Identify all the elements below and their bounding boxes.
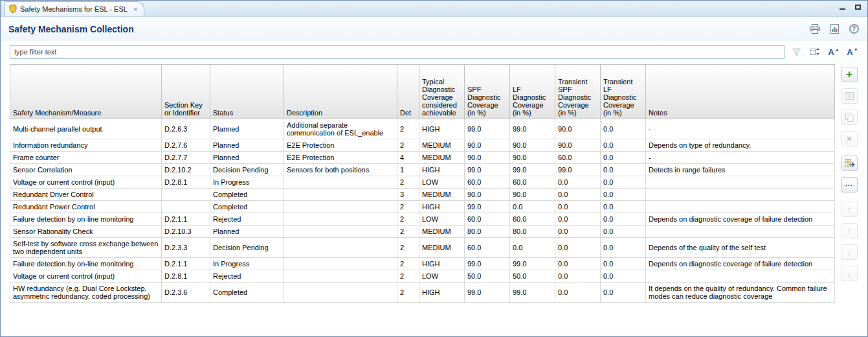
table-cell[interactable]: Additional separate communication of ESL… bbox=[284, 119, 397, 139]
table-cell[interactable]: D.2.8.1 bbox=[162, 176, 210, 189]
table-cell[interactable]: 90.0 bbox=[510, 139, 555, 152]
table-cell[interactable]: 0.0 bbox=[555, 270, 601, 283]
table-cell[interactable]: 2 bbox=[397, 213, 419, 226]
table-cell[interactable]: 0.0 bbox=[601, 176, 646, 189]
table-cell[interactable]: HIGH bbox=[419, 201, 465, 213]
delete-button[interactable]: × bbox=[841, 131, 858, 146]
table-cell[interactable]: Planned bbox=[210, 119, 284, 139]
table-cell[interactable]: 2 bbox=[397, 139, 419, 152]
table-cell[interactable]: LOW bbox=[419, 176, 465, 189]
column-header[interactable]: Det bbox=[397, 65, 419, 119]
table-cell[interactable]: 0.0 bbox=[601, 119, 646, 139]
table-cell[interactable]: 0.0 bbox=[601, 152, 646, 164]
table-cell[interactable] bbox=[646, 226, 835, 238]
table-cell[interactable]: 60.0 bbox=[465, 176, 510, 189]
minimize-button[interactable] bbox=[838, 3, 847, 11]
table-cell[interactable]: 2 bbox=[397, 270, 419, 283]
table-cell[interactable]: 0.0 bbox=[555, 258, 601, 270]
editor-tab[interactable]: Safety Mechanisms for ESL - ESL × bbox=[4, 1, 144, 16]
column-header[interactable]: Section Key or Identifier bbox=[162, 65, 210, 119]
table-row[interactable]: Voltage or current control (input)D.2.8.… bbox=[10, 270, 835, 283]
table-cell[interactable]: Failure detection by on-line monitoring bbox=[10, 258, 162, 270]
table-cell[interactable]: Rejected bbox=[210, 270, 284, 283]
table-cell[interactable]: 60.0 bbox=[465, 238, 510, 258]
table-cell[interactable]: MEDIUM bbox=[419, 139, 465, 152]
table-cell[interactable]: Rejected bbox=[210, 213, 284, 226]
table-cell[interactable]: 99.0 bbox=[510, 164, 555, 176]
table-cell[interactable]: 0.0 bbox=[601, 213, 646, 226]
table-cell[interactable]: HIGH bbox=[419, 283, 465, 303]
table-cell[interactable]: 0.0 bbox=[601, 139, 646, 152]
table-cell[interactable]: D.2.6.3 bbox=[162, 119, 210, 139]
table-row[interactable]: Failure detection by on-line monitoringD… bbox=[10, 213, 835, 226]
table-cell[interactable]: 60.0 bbox=[510, 176, 555, 189]
table-cell[interactable]: 90.0 bbox=[510, 189, 555, 201]
table-cell[interactable]: 99.0 bbox=[465, 283, 510, 303]
table-cell[interactable]: 99.0 bbox=[465, 258, 510, 270]
table-cell[interactable] bbox=[284, 283, 397, 303]
table-cell[interactable]: 0.0 bbox=[601, 283, 646, 303]
table-row[interactable]: Frame counterD.2.7.7PlannedE2E Protectio… bbox=[10, 152, 835, 164]
table-row[interactable]: Sensor Rationality CheckD.2.10.3Planned2… bbox=[10, 226, 835, 238]
table-cell[interactable] bbox=[646, 189, 835, 201]
table-row[interactable]: Voltage or current control (input)D.2.8.… bbox=[10, 176, 835, 189]
column-header[interactable]: SPF Diagnostic Coverage (in %) bbox=[465, 65, 510, 119]
table-cell[interactable]: Decision Pending bbox=[210, 164, 284, 176]
table-cell[interactable]: Information redundancy bbox=[10, 139, 162, 152]
column-header[interactable]: Description bbox=[284, 65, 397, 119]
table-cell[interactable]: 80.0 bbox=[465, 226, 510, 238]
table-cell[interactable]: In Progress bbox=[210, 258, 284, 270]
table-cell[interactable]: 0.0 bbox=[555, 176, 601, 189]
export-button[interactable] bbox=[841, 156, 858, 171]
print-button[interactable] bbox=[808, 23, 822, 36]
table-cell[interactable]: - bbox=[646, 152, 835, 164]
table-cell[interactable]: E2E Protection bbox=[284, 139, 397, 152]
table-cell[interactable]: 0.0 bbox=[555, 201, 601, 213]
table-cell[interactable]: 0.0 bbox=[601, 189, 646, 201]
table-cell[interactable]: MEDIUM bbox=[419, 238, 465, 258]
table-cell[interactable]: LOW bbox=[419, 213, 465, 226]
column-header[interactable]: Safety Mechanism/Measure bbox=[10, 65, 162, 119]
table-cell[interactable] bbox=[646, 201, 835, 213]
table-cell[interactable]: 0.0 bbox=[510, 201, 555, 213]
increase-font-button[interactable]: A▲ bbox=[827, 45, 841, 58]
report-button[interactable] bbox=[827, 23, 841, 36]
column-header[interactable]: Notes bbox=[646, 65, 835, 119]
table-cell[interactable]: 0.0 bbox=[601, 226, 646, 238]
table-cell[interactable] bbox=[646, 176, 835, 189]
table-cell[interactable]: In Progress bbox=[210, 176, 284, 189]
table-cell[interactable] bbox=[284, 213, 397, 226]
table-cell[interactable]: MEDIUM bbox=[419, 152, 465, 164]
table-cell[interactable]: Depends on type of redundancy. bbox=[646, 139, 835, 152]
move-down-button[interactable]: ↓ bbox=[841, 244, 858, 260]
column-header[interactable]: Transient SPF Diagnostic Coverage (in %) bbox=[555, 65, 601, 119]
table-cell[interactable]: 2 bbox=[397, 238, 419, 258]
table-cell[interactable]: 0.0 bbox=[601, 258, 646, 270]
table-cell[interactable]: 2 bbox=[397, 226, 419, 238]
table-cell[interactable]: D.2.3.3 bbox=[162, 238, 210, 258]
table-cell[interactable]: 4 bbox=[397, 152, 419, 164]
table-cell[interactable]: D.2.7.7 bbox=[162, 152, 210, 164]
table-cell[interactable]: 0.0 bbox=[555, 238, 601, 258]
table-cell[interactable]: 0.0 bbox=[510, 238, 555, 258]
table-cell[interactable]: LOW bbox=[419, 270, 465, 283]
table-cell[interactable]: 99.0 bbox=[510, 258, 555, 270]
table-cell[interactable]: It depends on the quality of redundancy.… bbox=[646, 283, 835, 303]
table-cell[interactable]: D.2.10.3 bbox=[162, 226, 210, 238]
table-cell[interactable]: 99.0 bbox=[465, 119, 510, 139]
table-cell[interactable]: Completed bbox=[210, 283, 284, 303]
table-cell[interactable]: Failure detection by on-line monitoring bbox=[10, 213, 162, 226]
table-cell[interactable]: 50.0 bbox=[465, 270, 510, 283]
table-cell[interactable]: 2 bbox=[397, 283, 419, 303]
table-cell[interactable]: Completed bbox=[210, 189, 284, 201]
more-options-button[interactable]: ... bbox=[841, 177, 858, 192]
table-cell[interactable]: HIGH bbox=[419, 119, 465, 139]
table-cell[interactable]: 0.0 bbox=[555, 283, 601, 303]
maximize-button[interactable] bbox=[853, 3, 862, 11]
table-cell[interactable]: MEDIUM bbox=[419, 226, 465, 238]
table-cell[interactable]: Frame counter bbox=[10, 152, 162, 164]
column-header[interactable]: LF Diagnostic Coverage (in %) bbox=[510, 65, 555, 119]
table-cell[interactable]: E2E Protection bbox=[284, 152, 397, 164]
table-cell[interactable]: - bbox=[646, 119, 835, 139]
table-cell[interactable]: 60.0 bbox=[510, 213, 555, 226]
